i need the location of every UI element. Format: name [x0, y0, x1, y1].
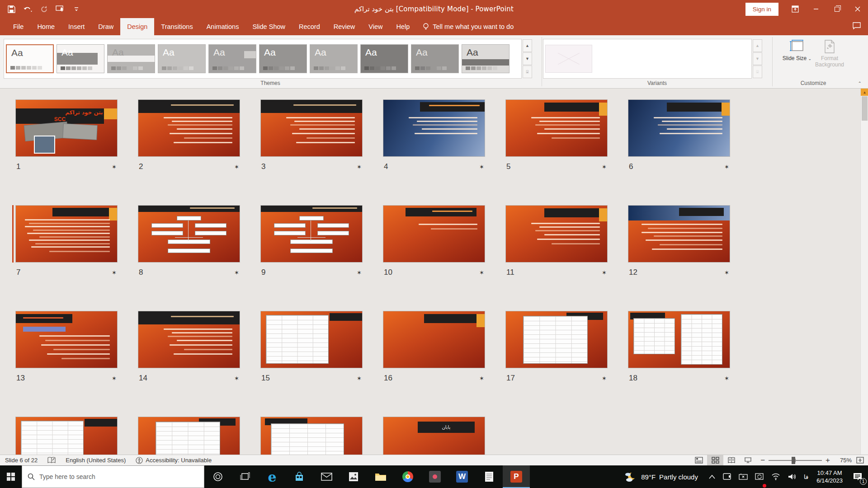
- tab-animations[interactable]: Animations: [200, 18, 246, 35]
- taskbar-search-box[interactable]: Type here to search: [22, 465, 204, 488]
- slide-thumbnail-15[interactable]: [260, 311, 363, 368]
- tablet-mode-icon[interactable]: [719, 465, 735, 488]
- photos-icon[interactable]: [340, 465, 367, 488]
- theme-thumbnail[interactable]: Aa: [259, 44, 307, 73]
- zoom-in-button[interactable]: +: [826, 456, 830, 465]
- slide-thumbnail-11[interactable]: [505, 205, 608, 263]
- slide-thumbnail-14[interactable]: [138, 311, 240, 368]
- tab-home[interactable]: Home: [30, 18, 61, 35]
- tab-review[interactable]: Review: [327, 18, 362, 35]
- tab-slide-show[interactable]: Slide Show: [245, 18, 292, 35]
- slide-thumbnail-22[interactable]: پایان: [383, 417, 485, 455]
- chrome-icon[interactable]: [394, 465, 421, 488]
- slide-thumbnail-9[interactable]: [260, 205, 363, 263]
- slide-thumbnail-19[interactable]: [15, 417, 118, 455]
- redo-icon[interactable]: [39, 4, 49, 14]
- normal-view-button[interactable]: [691, 455, 707, 465]
- zoom-slider[interactable]: [769, 460, 822, 461]
- variants-scroll-up-icon[interactable]: ▲: [753, 39, 762, 52]
- themes-scroll-up-icon[interactable]: ▲: [523, 39, 532, 52]
- format-background-button[interactable]: Format Background: [815, 39, 844, 68]
- fit-to-window-button[interactable]: [852, 455, 868, 465]
- tab-view[interactable]: View: [362, 18, 389, 35]
- language-switcher[interactable]: فا: [800, 465, 812, 488]
- accessibility-status[interactable]: Accessibility: Unavailable: [131, 455, 217, 465]
- undo-icon[interactable]: [23, 4, 33, 14]
- slide-thumbnail-2[interactable]: [138, 99, 240, 157]
- tray-chevron-icon[interactable]: [705, 465, 719, 488]
- zoom-percentage[interactable]: 75%: [835, 457, 852, 464]
- taskbar-clock[interactable]: 10:47 AM 6/14/2023: [812, 465, 847, 488]
- collapse-ribbon-icon[interactable]: ⌃: [858, 81, 862, 86]
- word-icon[interactable]: W: [448, 465, 476, 488]
- task-view-button[interactable]: [231, 465, 259, 488]
- theme-thumbnail[interactable]: Aa: [57, 44, 104, 73]
- zoom-slider-thumb[interactable]: [792, 457, 795, 464]
- theme-thumbnail[interactable]: Aa: [208, 44, 256, 73]
- comments-icon[interactable]: [853, 22, 861, 31]
- tab-draw[interactable]: Draw: [91, 18, 120, 35]
- slide-thumbnail-8[interactable]: [138, 205, 240, 263]
- save-icon[interactable]: [6, 4, 16, 14]
- slide-thumbnail-20[interactable]: [138, 417, 240, 455]
- app-icon-dark[interactable]: [421, 465, 448, 488]
- variants-scroll-down-icon[interactable]: ▼: [753, 52, 762, 65]
- variants-more-icon[interactable]: ⍗: [753, 66, 762, 78]
- mail-icon[interactable]: [313, 465, 340, 488]
- touch-mouse-mode-icon[interactable]: [55, 4, 65, 14]
- close-button[interactable]: [847, 0, 868, 18]
- slide-thumbnail-21[interactable]: [260, 417, 363, 455]
- theme-thumbnail[interactable]: Aa: [158, 44, 206, 73]
- spellcheck-icon[interactable]: [42, 455, 61, 465]
- themes-more-icon[interactable]: ⍗: [523, 66, 532, 78]
- slide-thumbnail-1[interactable]: بتن خود تراكمSCC: [15, 99, 118, 157]
- slide-show-view-button[interactable]: [740, 455, 756, 465]
- slide-sorter-view-button[interactable]: [707, 455, 723, 465]
- slide-thumbnail-4[interactable]: [383, 99, 485, 157]
- theme-thumbnail[interactable]: Aa: [107, 44, 155, 73]
- scroll-up-arrow-icon[interactable]: ▲: [861, 89, 868, 96]
- slide-thumbnail-5[interactable]: [505, 99, 608, 157]
- store-icon[interactable]: [286, 465, 313, 488]
- action-center-button[interactable]: 1: [847, 465, 868, 488]
- vertical-scrollbar[interactable]: ▲: [860, 89, 868, 455]
- slide-thumbnail-3[interactable]: [260, 99, 363, 157]
- powerpoint-taskbar-icon[interactable]: P: [503, 465, 530, 488]
- sign-in-button[interactable]: Sign in: [745, 3, 778, 16]
- tab-file[interactable]: File: [6, 18, 30, 35]
- reading-view-button[interactable]: [723, 455, 740, 465]
- theme-thumbnail[interactable]: Aa: [462, 44, 509, 73]
- tab-insert[interactable]: Insert: [61, 18, 91, 35]
- slide-thumbnail-17[interactable]: [505, 311, 608, 368]
- slide-thumbnail-6[interactable]: [628, 99, 730, 157]
- theme-thumbnail[interactable]: Aa: [310, 44, 358, 73]
- themes-scroll-down-icon[interactable]: ▼: [523, 52, 532, 65]
- variant-thumbnail[interactable]: [545, 45, 592, 73]
- notepad-icon[interactable]: [476, 465, 503, 488]
- tell-me-box[interactable]: Tell me what you want to do: [416, 18, 520, 35]
- volume-icon[interactable]: [784, 465, 800, 488]
- weather-widget[interactable]: 89°F Partly cloudy: [620, 465, 705, 488]
- wifi-icon[interactable]: [768, 465, 784, 488]
- slide-thumbnail-7[interactable]: [15, 205, 118, 263]
- slide-thumbnail-16[interactable]: [383, 311, 485, 368]
- sync-status-icon[interactable]: [751, 465, 768, 488]
- touch-keyboard-icon[interactable]: [735, 465, 751, 488]
- restore-button[interactable]: [826, 0, 847, 18]
- zoom-out-button[interactable]: −: [760, 456, 765, 465]
- minimize-button[interactable]: [806, 0, 826, 18]
- tab-help[interactable]: Help: [389, 18, 416, 35]
- start-button[interactable]: [0, 465, 22, 488]
- tab-transitions[interactable]: Transitions: [154, 18, 199, 35]
- theme-thumbnail[interactable]: Aa: [360, 44, 408, 73]
- slide-indicator[interactable]: Slide 6 of 22: [0, 455, 42, 465]
- slide-size-button[interactable]: Slide Size ⌄: [782, 39, 812, 62]
- edge-icon[interactable]: e: [259, 465, 286, 488]
- theme-thumbnail[interactable]: Aa: [411, 44, 459, 73]
- cortana-button[interactable]: [204, 465, 231, 488]
- file-explorer-icon[interactable]: [367, 465, 394, 488]
- language-indicator[interactable]: English (United States): [61, 455, 131, 465]
- slide-thumbnail-10[interactable]: [383, 205, 485, 263]
- theme-thumbnail[interactable]: Aa: [6, 44, 54, 73]
- customize-qat-chevron-icon[interactable]: [71, 4, 81, 14]
